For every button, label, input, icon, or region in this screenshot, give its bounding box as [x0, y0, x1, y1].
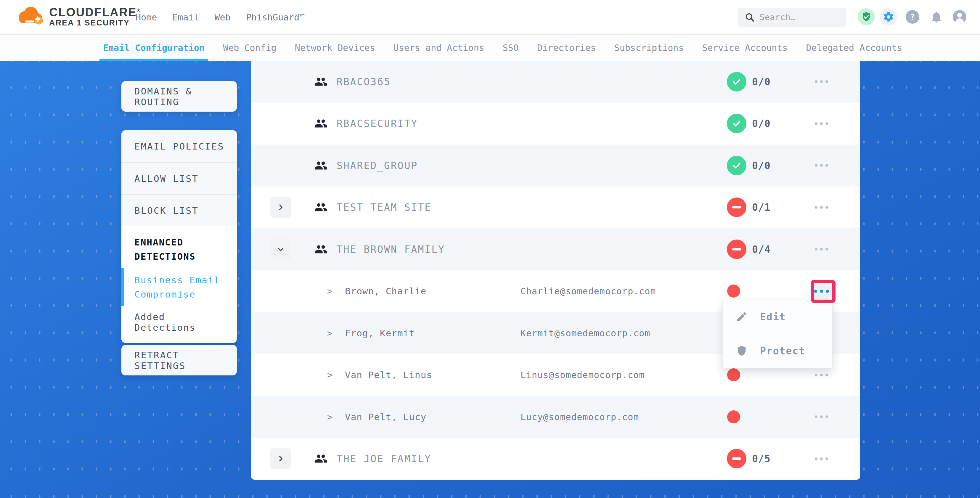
row-actions-button[interactable]	[813, 450, 830, 468]
member-email: Charlie@somedemocorp.com	[520, 286, 656, 296]
groups-table: RBACO365 0/0 RBACSECURITY 0/0 SHARED_G	[251, 61, 860, 480]
member-chevron-icon: >	[327, 286, 332, 296]
sidebar-item-business-email-compromise[interactable]: Business Email Compromise	[121, 268, 226, 306]
avatar-icon[interactable]	[953, 10, 966, 24]
header-nav-phishguard[interactable]: PhishGuard™	[246, 12, 305, 22]
tab-directories[interactable]: Directories	[537, 35, 596, 61]
row-name: RBACSECURITY	[337, 118, 418, 129]
sidebar-label: EMAIL POLICIES	[134, 141, 224, 151]
sidebar-item-domains-routing[interactable]: DOMAINS & ROUTING	[121, 81, 237, 111]
brand-name: CLOUDFLARE®	[49, 6, 141, 18]
sidebar-item-allow-list[interactable]: ALLOW LIST	[121, 162, 237, 194]
status-dot	[727, 368, 740, 381]
tab-users-and-actions[interactable]: Users and Actions	[393, 35, 484, 61]
context-menu-label: Protect	[760, 345, 805, 357]
row-name: SHARED_GROUP	[337, 159, 418, 171]
group-people-icon	[314, 118, 328, 129]
tab-web-config[interactable]: Web Config	[223, 35, 277, 61]
sidebar-item-block-list[interactable]: BLOCK LIST	[121, 194, 237, 226]
shield-check-icon[interactable]	[858, 8, 875, 25]
row-actions-button[interactable]	[813, 240, 830, 258]
sidebar-label: RETRACT SETTINGS	[134, 350, 237, 371]
cloudflare-logo: CLOUDFLARE® AREA 1 SECURITY	[15, 2, 141, 31]
row-actions-button[interactable]	[813, 408, 830, 426]
expand-chevron-button[interactable]	[270, 239, 291, 260]
header-nav-web[interactable]: Web	[215, 12, 231, 22]
group-people-icon	[314, 201, 328, 213]
sidebar-label: ALLOW LIST	[134, 173, 199, 184]
tab-service-accounts[interactable]: Service Accounts	[702, 35, 788, 61]
enhanced-detections-section: ENHANCED DETECTIONS Business Email Compr…	[121, 226, 237, 343]
row-name: Brown, Charlie	[345, 286, 426, 296]
sidebar-item-email-policies[interactable]: EMAIL POLICIES	[121, 130, 237, 162]
active-item-indicator	[121, 268, 124, 306]
sidebar-label: DOMAINS & ROUTING	[134, 86, 237, 107]
table-row: SHARED_GROUP 0/0	[251, 145, 860, 186]
row-name: THE BROWN FAMILY	[337, 243, 445, 255]
header-nav-email[interactable]: Email	[172, 12, 199, 22]
sidebar-label: Business Email Compromise	[134, 273, 226, 301]
minus-glyph	[732, 248, 741, 250]
minus-glyph	[732, 457, 741, 460]
member-email: Linus@somedemocorp.com	[520, 370, 644, 380]
status-badge	[727, 156, 746, 175]
sidebar-item-retract-settings[interactable]: RETRACT SETTINGS	[121, 345, 237, 375]
cloudflare-cloud-icon	[15, 2, 45, 31]
group-people-icon	[314, 159, 328, 172]
status-badge	[727, 197, 746, 217]
app-header: CLOUDFLARE® AREA 1 SECURITY Home Email W…	[0, 0, 980, 35]
status-badge	[727, 72, 746, 91]
table-row: THE JOE FAMILY 0/5	[251, 438, 860, 480]
status-dot	[727, 285, 740, 298]
help-icon[interactable]: ?	[906, 10, 919, 24]
member-email: Lucy@somedemocorp.com	[520, 412, 639, 422]
context-menu-item-edit[interactable]: Edit	[723, 300, 832, 334]
expand-chevron-button[interactable]	[270, 197, 291, 218]
row-name: Van Pelt, Lucy	[345, 412, 426, 422]
context-menu-label: Edit	[760, 311, 786, 323]
gear-icon[interactable]	[880, 8, 897, 25]
row-actions-button-active[interactable]	[810, 280, 832, 302]
member-chevron-icon: >	[327, 412, 332, 422]
minus-glyph	[732, 206, 741, 208]
help-glyph: ?	[910, 12, 915, 22]
config-tabs: Email Configuration Web Config Network D…	[0, 35, 980, 61]
protection-count: 0/1	[752, 202, 771, 213]
context-menu-item-protect[interactable]: Protect	[723, 334, 832, 368]
search-input[interactable]	[759, 12, 842, 22]
tab-network-devices[interactable]: Network Devices	[295, 35, 375, 61]
status-badge	[727, 114, 746, 133]
tab-sso[interactable]: SSO	[503, 35, 519, 61]
row-actions-button[interactable]	[813, 73, 830, 91]
row-name: Frog, Kermit	[345, 328, 415, 339]
expand-chevron-button[interactable]	[270, 448, 291, 469]
row-context-menu: Edit Protect	[722, 300, 832, 368]
protection-count: 0/4	[752, 243, 771, 255]
row-actions-button[interactable]	[813, 157, 830, 174]
bell-icon[interactable]	[930, 10, 943, 24]
sidebar-item-enhanced-detections[interactable]: ENHANCED DETECTIONS	[134, 235, 226, 264]
shield-icon	[736, 345, 748, 357]
protection-count: 0/5	[752, 453, 771, 465]
header-nav: Home Email Web PhishGuard™	[135, 0, 305, 34]
status-dot	[727, 410, 740, 423]
group-people-icon	[314, 243, 328, 255]
row-name: Van Pelt, Linus	[345, 369, 432, 380]
row-name: RBACO365	[337, 76, 391, 88]
row-name: TEST TEAM SITE	[337, 202, 431, 213]
tab-delegated-accounts[interactable]: Delegated Accounts	[806, 35, 902, 61]
row-actions-button[interactable]	[813, 198, 830, 216]
table-row: TEST TEAM SITE 0/1	[251, 186, 860, 229]
row-actions-button[interactable]	[813, 366, 830, 384]
tab-subscriptions[interactable]: Subscriptions	[614, 35, 684, 61]
sidebar-item-added-detections[interactable]: Added Detections	[134, 312, 226, 333]
pencil-icon	[736, 311, 748, 323]
row-name: THE JOE FAMILY	[337, 453, 431, 465]
sidebar-label: BLOCK LIST	[134, 205, 199, 216]
row-actions-button[interactable]	[813, 115, 830, 132]
tab-email-configuration[interactable]: Email Configuration	[103, 35, 205, 61]
search-box[interactable]	[738, 8, 846, 27]
header-nav-home[interactable]: Home	[135, 12, 157, 22]
member-email: Kermit@somedemocorp.com	[520, 328, 650, 338]
member-chevron-icon: >	[327, 328, 332, 338]
